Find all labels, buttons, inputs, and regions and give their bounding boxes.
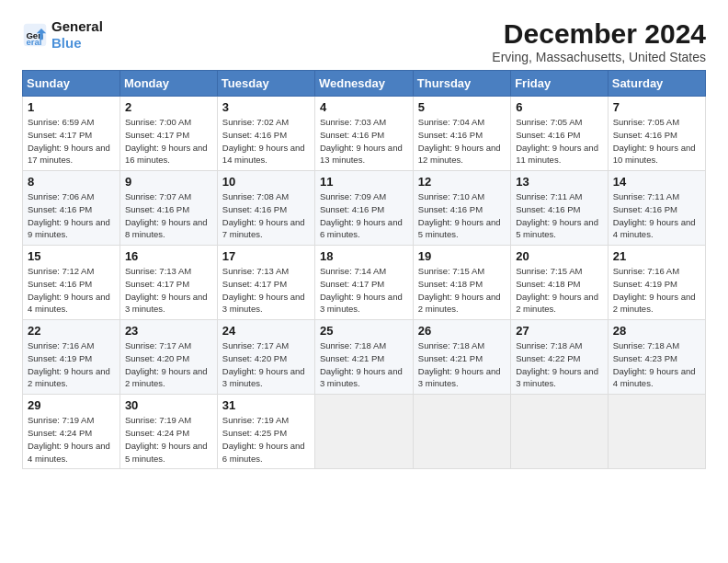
- day-number: 16: [125, 249, 212, 263]
- day-info: Sunrise: 7:05 AMSunset: 4:16 PMDaylight:…: [516, 116, 603, 167]
- day-info: Sunrise: 7:19 AMSunset: 4:24 PMDaylight:…: [125, 414, 212, 465]
- day-info: Sunrise: 7:16 AMSunset: 4:19 PMDaylight:…: [28, 339, 115, 390]
- calendar-cell: 5Sunrise: 7:04 AMSunset: 4:16 PMDaylight…: [413, 97, 510, 171]
- day-number: 4: [320, 100, 408, 114]
- logo-icon: Gen eral: [22, 22, 48, 48]
- calendar-week-2: 8Sunrise: 7:06 AMSunset: 4:16 PMDaylight…: [23, 171, 706, 246]
- day-number: 10: [222, 175, 310, 189]
- day-info: Sunrise: 7:18 AMSunset: 4:21 PMDaylight:…: [320, 339, 408, 390]
- day-number: 29: [28, 398, 115, 412]
- day-number: 8: [28, 175, 115, 189]
- day-info: Sunrise: 7:06 AMSunset: 4:16 PMDaylight:…: [28, 190, 115, 241]
- logo: Gen eral General Blue: [22, 18, 103, 52]
- calendar-cell: 3Sunrise: 7:02 AMSunset: 4:16 PMDaylight…: [217, 97, 314, 171]
- day-number: 30: [125, 398, 212, 412]
- day-number: 19: [418, 249, 506, 263]
- day-number: 13: [516, 175, 603, 189]
- calendar-cell: 31Sunrise: 7:19 AMSunset: 4:25 PMDayligh…: [217, 395, 314, 469]
- day-info: Sunrise: 7:07 AMSunset: 4:16 PMDaylight:…: [125, 190, 212, 241]
- calendar-cell: 15Sunrise: 7:12 AMSunset: 4:16 PMDayligh…: [23, 246, 120, 320]
- logo-text: General Blue: [51, 18, 103, 52]
- subtitle: Erving, Massachusetts, United States: [492, 50, 706, 64]
- day-info: Sunrise: 7:04 AMSunset: 4:16 PMDaylight:…: [418, 116, 506, 167]
- calendar-week-3: 15Sunrise: 7:12 AMSunset: 4:16 PMDayligh…: [23, 246, 706, 320]
- day-info: Sunrise: 7:10 AMSunset: 4:16 PMDaylight:…: [418, 190, 506, 241]
- calendar-cell: 28Sunrise: 7:18 AMSunset: 4:23 PMDayligh…: [608, 320, 705, 395]
- calendar-cell: [314, 395, 413, 469]
- calendar-cell: 11Sunrise: 7:09 AMSunset: 4:16 PMDayligh…: [314, 171, 413, 246]
- calendar-cell: 24Sunrise: 7:17 AMSunset: 4:20 PMDayligh…: [217, 320, 314, 395]
- calendar-cell: 14Sunrise: 7:11 AMSunset: 4:16 PMDayligh…: [608, 171, 705, 246]
- day-info: Sunrise: 7:05 AMSunset: 4:16 PMDaylight:…: [613, 116, 700, 167]
- day-number: 2: [125, 100, 212, 114]
- day-number: 26: [418, 324, 506, 338]
- calendar-cell: 6Sunrise: 7:05 AMSunset: 4:16 PMDaylight…: [511, 97, 609, 171]
- calendar-cell: 23Sunrise: 7:17 AMSunset: 4:20 PMDayligh…: [119, 320, 217, 395]
- day-number: 22: [28, 324, 115, 338]
- day-number: 17: [222, 249, 310, 263]
- day-number: 21: [613, 249, 700, 263]
- calendar: SundayMondayTuesdayWednesdayThursdayFrid…: [22, 70, 706, 469]
- calendar-cell: 25Sunrise: 7:18 AMSunset: 4:21 PMDayligh…: [314, 320, 413, 395]
- day-number: 18: [320, 249, 408, 263]
- day-info: Sunrise: 7:08 AMSunset: 4:16 PMDaylight:…: [222, 190, 310, 241]
- day-header-monday: Monday: [119, 71, 217, 97]
- calendar-cell: 26Sunrise: 7:18 AMSunset: 4:21 PMDayligh…: [413, 320, 510, 395]
- calendar-cell: 8Sunrise: 7:06 AMSunset: 4:16 PMDaylight…: [23, 171, 120, 246]
- day-info: Sunrise: 7:19 AMSunset: 4:24 PMDaylight:…: [28, 414, 115, 465]
- calendar-cell: [511, 395, 609, 469]
- calendar-cell: 1Sunrise: 6:59 AMSunset: 4:17 PMDaylight…: [23, 97, 120, 171]
- day-info: Sunrise: 7:18 AMSunset: 4:21 PMDaylight:…: [418, 339, 506, 390]
- title-area: December 2024 Erving, Massachusetts, Uni…: [492, 18, 706, 64]
- day-number: 20: [516, 249, 603, 263]
- day-number: 27: [516, 324, 603, 338]
- calendar-cell: 13Sunrise: 7:11 AMSunset: 4:16 PMDayligh…: [511, 171, 609, 246]
- calendar-cell: 7Sunrise: 7:05 AMSunset: 4:16 PMDaylight…: [608, 97, 705, 171]
- day-info: Sunrise: 7:02 AMSunset: 4:16 PMDaylight:…: [222, 116, 310, 167]
- calendar-cell: 17Sunrise: 7:13 AMSunset: 4:17 PMDayligh…: [217, 246, 314, 320]
- day-header-saturday: Saturday: [608, 71, 705, 97]
- calendar-week-4: 22Sunrise: 7:16 AMSunset: 4:19 PMDayligh…: [23, 320, 706, 395]
- calendar-cell: 22Sunrise: 7:16 AMSunset: 4:19 PMDayligh…: [23, 320, 120, 395]
- day-info: Sunrise: 7:13 AMSunset: 4:17 PMDaylight:…: [125, 265, 212, 316]
- calendar-cell: 4Sunrise: 7:03 AMSunset: 4:16 PMDaylight…: [314, 97, 413, 171]
- calendar-cell: 10Sunrise: 7:08 AMSunset: 4:16 PMDayligh…: [217, 171, 314, 246]
- calendar-cell: 2Sunrise: 7:00 AMSunset: 4:17 PMDaylight…: [119, 97, 217, 171]
- day-number: 6: [516, 100, 603, 114]
- day-info: Sunrise: 7:14 AMSunset: 4:17 PMDaylight:…: [320, 265, 408, 316]
- day-number: 23: [125, 324, 212, 338]
- day-info: Sunrise: 7:18 AMSunset: 4:22 PMDaylight:…: [516, 339, 603, 390]
- calendar-cell: [413, 395, 510, 469]
- day-info: Sunrise: 7:16 AMSunset: 4:19 PMDaylight:…: [613, 265, 700, 316]
- day-info: Sunrise: 7:17 AMSunset: 4:20 PMDaylight:…: [125, 339, 212, 390]
- day-number: 1: [28, 100, 115, 114]
- day-info: Sunrise: 7:15 AMSunset: 4:18 PMDaylight:…: [516, 265, 603, 316]
- day-header-thursday: Thursday: [413, 71, 510, 97]
- day-info: Sunrise: 7:17 AMSunset: 4:20 PMDaylight:…: [222, 339, 310, 390]
- day-number: 31: [222, 398, 310, 412]
- day-info: Sunrise: 7:12 AMSunset: 4:16 PMDaylight:…: [28, 265, 115, 316]
- calendar-cell: [608, 395, 705, 469]
- day-info: Sunrise: 7:11 AMSunset: 4:16 PMDaylight:…: [613, 190, 700, 241]
- calendar-cell: 30Sunrise: 7:19 AMSunset: 4:24 PMDayligh…: [119, 395, 217, 469]
- day-number: 7: [613, 100, 700, 114]
- day-number: 28: [613, 324, 700, 338]
- day-info: Sunrise: 7:19 AMSunset: 4:25 PMDaylight:…: [222, 414, 310, 465]
- calendar-cell: 9Sunrise: 7:07 AMSunset: 4:16 PMDaylight…: [119, 171, 217, 246]
- calendar-week-5: 29Sunrise: 7:19 AMSunset: 4:24 PMDayligh…: [23, 395, 706, 469]
- day-info: Sunrise: 7:18 AMSunset: 4:23 PMDaylight:…: [613, 339, 700, 390]
- day-info: Sunrise: 7:15 AMSunset: 4:18 PMDaylight:…: [418, 265, 506, 316]
- day-header-sunday: Sunday: [23, 71, 120, 97]
- day-info: Sunrise: 7:13 AMSunset: 4:17 PMDaylight:…: [222, 265, 310, 316]
- calendar-cell: 16Sunrise: 7:13 AMSunset: 4:17 PMDayligh…: [119, 246, 217, 320]
- calendar-cell: 18Sunrise: 7:14 AMSunset: 4:17 PMDayligh…: [314, 246, 413, 320]
- calendar-header-row: SundayMondayTuesdayWednesdayThursdayFrid…: [23, 71, 706, 97]
- calendar-cell: 29Sunrise: 7:19 AMSunset: 4:24 PMDayligh…: [23, 395, 120, 469]
- day-info: Sunrise: 7:11 AMSunset: 4:16 PMDaylight:…: [516, 190, 603, 241]
- day-info: Sunrise: 7:03 AMSunset: 4:16 PMDaylight:…: [320, 116, 408, 167]
- day-info: Sunrise: 7:09 AMSunset: 4:16 PMDaylight:…: [320, 190, 408, 241]
- day-number: 9: [125, 175, 212, 189]
- day-number: 25: [320, 324, 408, 338]
- day-info: Sunrise: 6:59 AMSunset: 4:17 PMDaylight:…: [28, 116, 115, 167]
- header: Gen eral General Blue December 2024 Ervi…: [22, 18, 706, 64]
